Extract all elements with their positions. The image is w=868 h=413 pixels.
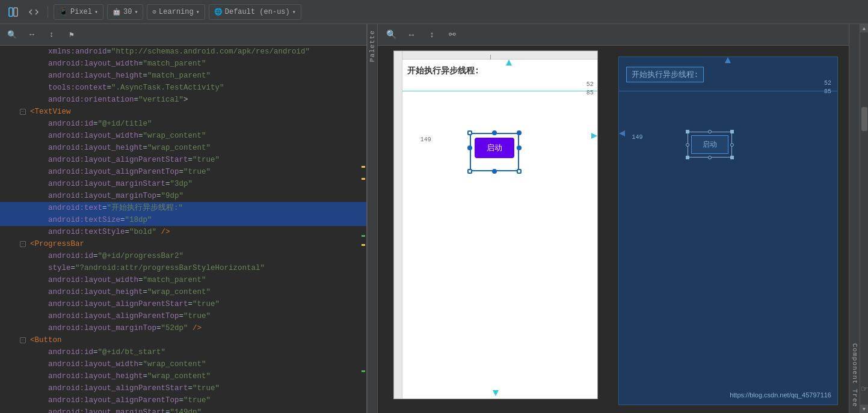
change-markers xyxy=(362,46,365,413)
zoom-icon[interactable]: 🔍 xyxy=(383,26,399,43)
code-line-pb-mt: android:layout_marginTop="52dp" /> xyxy=(0,322,366,334)
blueprint-preview: 开始执行异步线程: 52 85 149 xyxy=(618,57,839,405)
globe-icon: 🌐 xyxy=(214,8,223,16)
top-toolbar: 📱 Pixel ▾ 🤖 30 ▾ ⊙ Learning ▾ 🌐 Default … xyxy=(0,0,868,24)
component-tree-label[interactable]: Component Tree xyxy=(851,343,858,407)
handle-br xyxy=(517,169,522,174)
guide-bottom-arrow xyxy=(491,388,500,399)
device-dropdown[interactable]: 📱 Pixel ▾ xyxy=(54,4,103,20)
design-area: 🔍 ↔ ↕ ⚯ xyxy=(378,24,849,413)
api-chevron-icon: ▾ xyxy=(134,8,138,16)
phone-preview: 开始执行异步线程: 52 85 xyxy=(393,50,598,399)
handle-tr xyxy=(517,130,522,135)
code-line-tv-ms: android:layout_marginStart="3dp" xyxy=(0,178,366,190)
code-line-tv-aps: android:layout_alignParentStart="true" xyxy=(0,154,366,166)
phone-icon: 📱 xyxy=(59,7,68,16)
scrollbar-thumb[interactable] xyxy=(861,107,867,131)
change-marker-1 xyxy=(362,166,365,168)
palette-panel[interactable]: Palette xyxy=(367,24,378,413)
code-line-pb-lh: android:layout_height="wrap_content" xyxy=(0,286,366,298)
code-line-tv-lw: android:layout_width="wrap_content" xyxy=(0,130,366,142)
bp-handle-bm xyxy=(708,156,712,159)
ruler-tick xyxy=(490,55,491,60)
code-line-tv-lh: android:layout_height="wrap_content" xyxy=(0,142,366,154)
watermark-text: https://blog.csdn.net/qq_45797116 xyxy=(730,391,831,399)
code-line-3: android:layout_height="match_parent" xyxy=(0,70,366,82)
cursor-hand-icon: ☞ xyxy=(861,383,867,395)
watermark: https://blog.csdn.net/qq_45797116 xyxy=(730,391,831,400)
fold-button-icon[interactable]: − xyxy=(20,337,26,343)
preview-container: 开始执行异步线程: 52 85 xyxy=(378,46,849,413)
bp-handle-bl xyxy=(686,156,689,159)
bp-handle-tm xyxy=(708,130,712,133)
code-line-progressbar: − <ProgressBar xyxy=(0,238,366,250)
change-marker-3 xyxy=(362,235,365,237)
svg-rect-1 xyxy=(14,8,17,16)
phone-dim-149: 149 xyxy=(420,136,431,143)
pan-v-icon[interactable]: ↕ xyxy=(423,26,440,43)
learning-label: Learning xyxy=(159,8,194,16)
locale-label: Default (en-us) xyxy=(225,8,290,16)
locale-chevron-icon: ▾ xyxy=(292,8,296,16)
scrollbar-up-btn[interactable]: ▲ xyxy=(860,24,869,32)
code-line-pb-aps: android:layout_alignParentStart="true" xyxy=(0,298,366,310)
code-line-bt-ms: android:layout_marginStart="149dp" xyxy=(0,406,366,413)
phone-button-wrapper: 启动 xyxy=(475,138,514,158)
locale-dropdown[interactable]: 🌐 Default (en-us) ▾ xyxy=(209,4,301,20)
phone-content: 开始执行异步线程: 52 85 xyxy=(402,60,597,399)
code-line-pb-apt: android:layout_alignParentTop="true" xyxy=(0,310,366,322)
right-scrollbar: ▲ ☞ ▼ xyxy=(860,24,868,413)
phone-title-text: 开始执行异步线程: xyxy=(407,66,479,76)
pan-h-icon[interactable]: ↔ xyxy=(403,26,420,43)
bp-handle-tl xyxy=(686,130,689,133)
main-layout: 🔍 ↔ ↕ ⚑ xmlns:android="http://schemas.an… xyxy=(0,24,868,413)
code-panel: 🔍 ↔ ↕ ⚑ xmlns:android="http://schemas.an… xyxy=(0,24,367,413)
flag-code-icon[interactable]: ⚑ xyxy=(63,26,80,43)
code-line-bt-apt: android:layout_alignParentTop="true" xyxy=(0,394,366,406)
code-line-textview: − <TextView xyxy=(0,106,366,118)
code-line-tv-id: android:id="@+id/title" xyxy=(0,118,366,130)
scrollbar-track[interactable] xyxy=(860,32,869,405)
component-tree-panel[interactable]: Component Tree xyxy=(849,24,860,413)
bp-button-wrapper: 启动 xyxy=(691,135,728,154)
code-line-tv-textsize: android:textSize="18dp" xyxy=(0,214,366,226)
bp-dim-149: 149 xyxy=(632,134,643,141)
zoom-in-code-icon[interactable]: 🔍 xyxy=(4,26,20,43)
api-dropdown[interactable]: 🤖 30 ▾ xyxy=(107,4,143,20)
design-mode-icon[interactable] xyxy=(5,4,22,20)
change-marker-2 xyxy=(362,178,365,180)
ruler-top xyxy=(394,51,597,60)
fold-progressbar-icon[interactable]: − xyxy=(20,241,26,247)
code-line-bt-id: android:id="@+id/bt_start" xyxy=(0,346,366,358)
code-line-pb-lw: android:layout_width="match_parent" xyxy=(0,274,366,286)
bp-handle-mr xyxy=(730,143,734,147)
scrollbar-down-btn[interactable]: ▼ xyxy=(860,405,869,413)
button-selection-box xyxy=(470,133,519,171)
palette-label[interactable]: Palette xyxy=(369,30,376,62)
api-icon: 🤖 xyxy=(112,8,121,16)
bp-handle-br xyxy=(730,156,734,159)
dim-52-label: 52 xyxy=(586,81,594,88)
code-line-2: android:layout_width="match_parent" xyxy=(0,58,366,70)
learning-icon: ⊙ xyxy=(152,8,156,16)
bp-dim-52: 52 xyxy=(824,80,831,87)
device-chevron-icon: ▾ xyxy=(94,8,98,16)
device-label: Pixel xyxy=(70,8,92,16)
code-mode-icon[interactable] xyxy=(25,4,42,20)
svg-marker-7 xyxy=(619,130,625,136)
bp-handle-tr xyxy=(730,130,734,133)
code-line-bt-lh: android:layout_height="wrap_content" xyxy=(0,370,366,382)
fit-code-icon[interactable]: ↕ xyxy=(43,26,60,43)
handle-bm xyxy=(492,169,497,174)
handle-tm xyxy=(492,130,497,135)
learning-dropdown[interactable]: ⊙ Learning ▾ xyxy=(147,4,205,20)
learning-chevron-icon: ▾ xyxy=(196,8,200,16)
design-toolbar: 🔍 ↔ ↕ ⚯ xyxy=(378,24,849,46)
guide-right-arrow xyxy=(589,132,597,142)
btn-container: 启动 xyxy=(475,138,514,158)
link-icon[interactable]: ⚯ xyxy=(444,26,461,43)
code-line-tv-close: android:textStyle="bold" /> xyxy=(0,226,366,238)
fold-textview-icon[interactable]: − xyxy=(20,109,26,115)
blueprint-preview-wrapper: 开始执行异步线程: 52 85 149 xyxy=(614,46,849,413)
pan-code-icon[interactable]: ↔ xyxy=(23,26,40,43)
